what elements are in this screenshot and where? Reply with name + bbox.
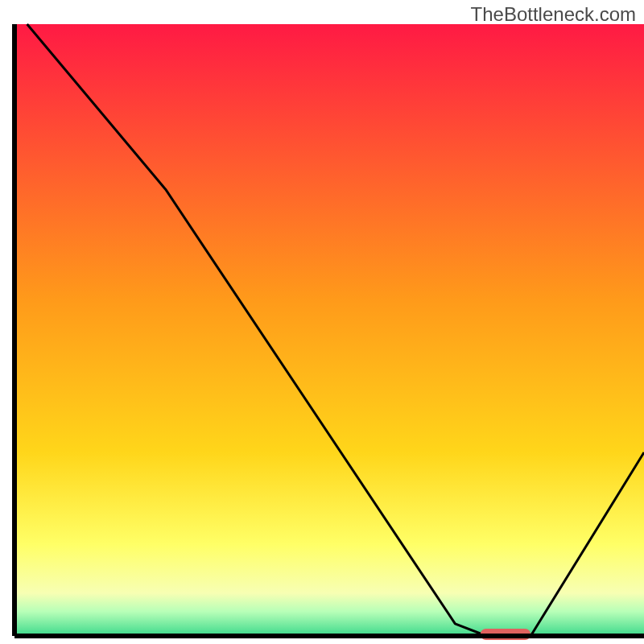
watermark-text: TheBottleneck.com bbox=[471, 3, 636, 26]
bottleneck-chart: TheBottleneck.com bbox=[0, 0, 644, 644]
chart-svg bbox=[0, 0, 644, 644]
chart-background bbox=[14, 24, 644, 636]
